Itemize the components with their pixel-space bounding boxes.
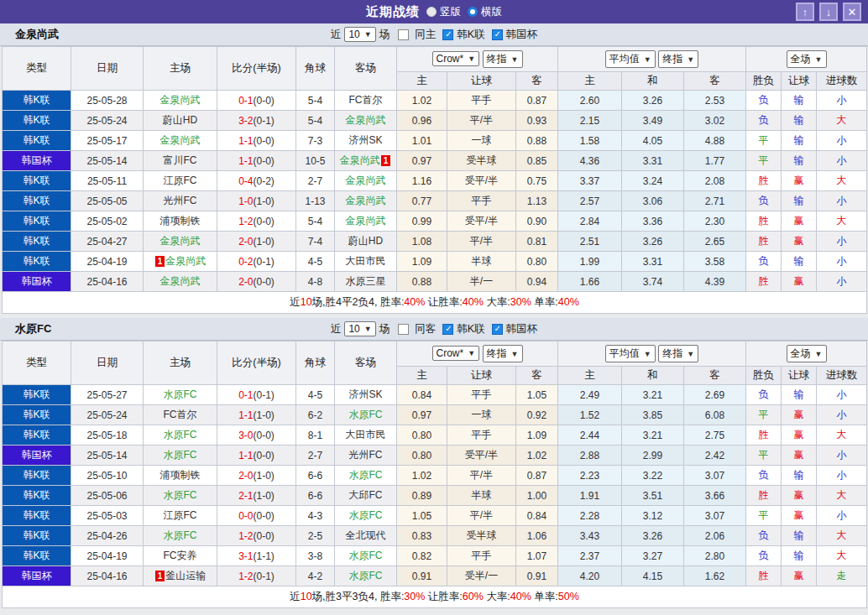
date-cell: 25-05-18: [71, 425, 144, 446]
team-link: 水原三星: [346, 275, 386, 287]
half-time-score: (0-1): [254, 571, 275, 582]
close-button[interactable]: ✕: [843, 3, 861, 21]
same-venue-checkbox[interactable]: [398, 29, 409, 40]
half-time-score: (1-0): [254, 195, 275, 207]
handicap-stage-select[interactable]: 终指▼: [483, 345, 523, 362]
summary-segment: 场,胜4平2负4, 胜率:: [312, 296, 405, 308]
let-line-cell: 半球: [447, 486, 516, 506]
wdl-result-cell: 负: [746, 385, 782, 405]
team-link: 水原FC: [349, 550, 383, 561]
handicap-result-cell: 输: [782, 151, 817, 171]
let-line-cell: 受平/半: [447, 446, 516, 466]
radio-vertical-icon[interactable]: [426, 7, 437, 17]
corner-cell: 4-5: [296, 252, 335, 272]
period-select[interactable]: 全场▼: [787, 345, 827, 362]
col-avg-home: 主: [558, 367, 622, 385]
home-team-cell: 光州FC: [144, 191, 217, 211]
k-league-checkbox[interactable]: [442, 324, 453, 335]
cup-checkbox[interactable]: [492, 324, 503, 335]
cup-checkbox[interactable]: [492, 29, 503, 40]
avg-draw-odds-cell: 4.15: [622, 566, 684, 586]
average-select[interactable]: 平均值▼: [605, 50, 656, 68]
avg-away-odds-cell: 1.77: [684, 151, 746, 171]
summary-segment: 近: [290, 296, 301, 308]
summary-segment: 40%: [404, 296, 425, 308]
handicap-stage-select[interactable]: 终指▼: [483, 50, 523, 68]
col-type: 类型: [3, 47, 71, 91]
goals-result-cell: 小: [817, 385, 867, 405]
radio-horizontal-icon[interactable]: [468, 7, 478, 17]
wdl-result-cell: 平: [746, 446, 782, 466]
let-line-cell: 一球: [447, 405, 516, 425]
col-wdl: 胜负: [746, 72, 782, 91]
team-link: 浦项制铁: [160, 215, 201, 227]
goals-result-cell: 大: [817, 526, 867, 546]
half-time-score: (0-0): [254, 216, 275, 227]
away-team-cell: 大邱FC: [335, 486, 397, 506]
score-cell: 3-2(0-1): [217, 111, 296, 131]
corner-cell: 2-5: [296, 526, 335, 546]
move-up-button[interactable]: ↑: [796, 3, 814, 21]
average-select[interactable]: 平均值▼: [605, 345, 656, 362]
average-stage-select[interactable]: 终指▼: [658, 345, 698, 362]
avg-away-odds-cell: 2.53: [684, 91, 746, 111]
avg-draw-odds-cell: 3.26: [622, 526, 684, 546]
wdl-result-cell: 胜: [746, 566, 782, 586]
chevron-down-icon: ▼: [815, 350, 823, 358]
team-bar: 金泉尚武 近 10▼ 场 同主 韩K联 韩国杯: [0, 23, 868, 46]
full-time-score: 2-1: [238, 490, 253, 502]
avg-away-odds-cell: 4.39: [684, 272, 746, 292]
avg-draw-odds-cell: 3.26: [622, 91, 684, 111]
score-cell: 1-2(0-0): [217, 526, 296, 546]
home-team-cell: 富川FC: [144, 151, 217, 171]
close-icon: ✕: [848, 6, 857, 18]
handicap-result-cell: 赢: [782, 486, 817, 506]
team-link: 蔚山HD: [163, 114, 197, 126]
chevron-down-icon: ▼: [644, 350, 651, 358]
bookmaker-select[interactable]: Crow*▼: [432, 51, 480, 66]
same-venue-checkbox[interactable]: [398, 324, 409, 335]
match-count-value: 10: [348, 323, 359, 335]
title-bar: 近期战绩 竖版 横版 ↑ ↓ ✕: [0, 0, 868, 23]
wdl-result-cell: 负: [746, 252, 782, 272]
summary-segment: 50%: [558, 591, 579, 602]
bookmaker-select[interactable]: Crow*▼: [432, 346, 480, 361]
team-link: 水原FC: [349, 570, 383, 581]
let-line-cell: 受平/半: [447, 211, 516, 232]
layout-radio-vertical[interactable]: 竖版: [426, 5, 461, 19]
goals-result-cell: 大: [817, 211, 867, 232]
handicap-result-cell: 输: [782, 131, 817, 151]
half-time-score: (1-0): [254, 236, 275, 248]
k-league-checkbox[interactable]: [442, 29, 453, 40]
team-link: 光州FC: [164, 195, 197, 206]
team-link: 水原FC: [164, 489, 197, 501]
summary-segment: 让胜率:: [425, 591, 462, 602]
team-link: 水原FC: [349, 509, 383, 521]
corner-cell: 4-2: [296, 566, 335, 586]
summary-segment: 40%: [510, 591, 531, 602]
let-home-odds-cell: 0.84: [397, 385, 447, 405]
home-team-cell: 水原FC: [144, 446, 217, 466]
col-avg-away: 客: [684, 367, 746, 385]
match-count-select[interactable]: 10▼: [344, 321, 375, 336]
league-type-cell: 韩K联: [3, 171, 71, 191]
let-line-cell: 半/一: [447, 272, 516, 292]
goals-result-cell: 大: [817, 425, 867, 446]
avg-home-odds-cell: 1.99: [558, 252, 622, 272]
wdl-result-cell: 负: [746, 466, 782, 486]
col-let-away: 客: [516, 367, 558, 385]
half-time-score: (0-0): [254, 450, 275, 461]
period-value: 全场: [791, 347, 811, 361]
match-count-select[interactable]: 10▼: [344, 27, 375, 42]
move-down-button[interactable]: ↓: [819, 3, 838, 21]
col-home: 主场: [144, 47, 217, 91]
summary-segment: 让胜率:: [425, 296, 462, 308]
let-home-odds-cell: 0.89: [397, 486, 447, 506]
corner-cell: 5-4: [296, 111, 335, 131]
away-team-cell: 大田市民: [335, 252, 397, 272]
corner-cell: 6-2: [296, 405, 335, 425]
period-select[interactable]: 全场▼: [787, 50, 827, 68]
layout-radio-horizontal[interactable]: 横版: [468, 5, 502, 19]
avg-home-odds-cell: 4.20: [558, 566, 622, 586]
average-stage-select[interactable]: 终指▼: [658, 50, 698, 68]
